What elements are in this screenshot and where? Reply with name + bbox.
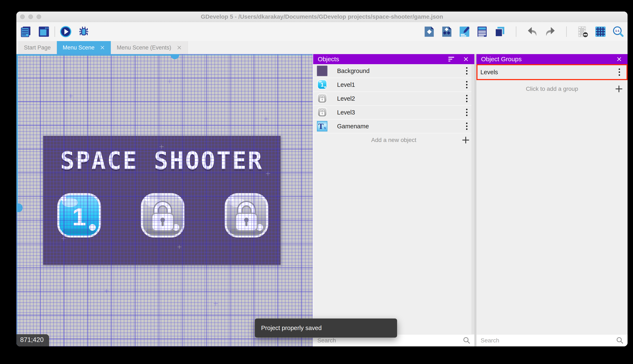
- project-manager-icon[interactable]: [20, 26, 32, 38]
- object-groups-panel: Object Groups Levels Click to add a grou…: [476, 54, 627, 346]
- vertical-scrollbar-track[interactable]: [16, 54, 18, 208]
- scene-background-object[interactable]: SPACE SHOOTER 1: [43, 136, 281, 265]
- object-groups-panel-title: Object Groups: [481, 56, 522, 63]
- panel-divider[interactable]: [474, 54, 476, 346]
- add-object-row[interactable]: Add a new object: [313, 133, 474, 147]
- vertical-scrollbar-track[interactable]: [16, 208, 18, 346]
- tab-label: Menu Scene: [63, 44, 95, 51]
- close-panel-icon[interactable]: [615, 55, 623, 63]
- objects-search-input[interactable]: [317, 337, 463, 344]
- redo-icon[interactable]: [544, 26, 556, 38]
- svg-text:1:1: 1:1: [615, 29, 619, 32]
- objects-panel-title: Objects: [318, 56, 339, 63]
- grid-icon[interactable]: [594, 26, 606, 38]
- toolbar-separator: [566, 26, 567, 37]
- groups-search-bar: [476, 334, 627, 346]
- level3-thumbnail: [317, 107, 328, 118]
- layers-icon[interactable]: [494, 26, 506, 38]
- scene-canvas[interactable]: SPACE SHOOTER 1: [16, 54, 313, 346]
- play-icon[interactable]: [60, 26, 72, 38]
- object-menu-icon[interactable]: [463, 66, 471, 76]
- svg-text:1: 1: [72, 203, 86, 231]
- close-panel-icon[interactable]: [462, 55, 470, 63]
- background-thumbnail: [317, 66, 328, 76]
- level1-thumbnail: 1: [317, 80, 328, 90]
- instances-list-icon[interactable]: [476, 26, 488, 38]
- toast-message: Project properly saved: [261, 324, 322, 332]
- close-window-button[interactable]: [20, 14, 25, 19]
- object-row-level3[interactable]: Level3: [313, 106, 474, 120]
- object-label: Level3: [337, 109, 355, 116]
- filter-icon[interactable]: [448, 55, 456, 63]
- object-label: Gamename: [337, 123, 369, 130]
- level2-thumbnail: [317, 93, 328, 104]
- level2-locked-button-object[interactable]: [139, 192, 186, 241]
- object-menu-icon[interactable]: [463, 94, 471, 103]
- tab-start-page[interactable]: Start Page: [18, 41, 57, 54]
- tab-label: Menu Scene (Events): [117, 44, 171, 51]
- debug-icon[interactable]: [78, 26, 90, 38]
- zoom-reset-icon[interactable]: 1:1: [612, 26, 624, 38]
- close-tab-icon[interactable]: [100, 45, 105, 50]
- toolbar-separator: [516, 26, 516, 37]
- app-window: GDevelop 5 - /Users/dkarakay/Documents/G…: [16, 12, 627, 346]
- traffic-lights: [20, 12, 41, 22]
- add-group-label: Click to add a group: [526, 86, 578, 92]
- levels-group-row-highlight[interactable]: Levels: [476, 64, 627, 80]
- zoom-window-button[interactable]: [37, 14, 41, 19]
- group-label: Levels: [480, 69, 498, 76]
- search-icon[interactable]: [616, 337, 624, 344]
- groups-search-input[interactable]: [480, 337, 616, 344]
- window-title: GDevelop 5 - /Users/dkarakay/Documents/G…: [16, 14, 627, 20]
- objects-panel-icon[interactable]: [423, 26, 435, 38]
- horizontal-scrollbar-thumb[interactable]: [170, 54, 179, 59]
- add-icon[interactable]: [462, 136, 470, 144]
- scene-properties-icon[interactable]: [458, 26, 471, 38]
- horizontal-scrollbar-track[interactable]: [175, 54, 313, 56]
- tab-menu-scene-events[interactable]: Menu Scene (Events): [111, 41, 188, 54]
- minimize-window-button[interactable]: [28, 14, 33, 19]
- svg-text:1: 1: [321, 82, 324, 88]
- game-title-text-object[interactable]: SPACE SHOOTER: [43, 146, 281, 174]
- level3-locked-button-object[interactable]: [223, 192, 270, 241]
- object-groups-icon[interactable]: [441, 26, 453, 38]
- object-row-background[interactable]: Background: [313, 64, 474, 78]
- save-toast: Project properly saved: [255, 318, 397, 338]
- object-label: Level1: [337, 81, 355, 88]
- object-menu-icon[interactable]: [463, 122, 471, 131]
- text-object-thumbnail: Tx: [317, 121, 328, 132]
- objects-panel-header: Objects: [313, 54, 474, 64]
- add-object-label: Add a new object: [371, 137, 416, 144]
- object-label: Background: [337, 68, 370, 74]
- main-toolbar: 1:1: [16, 22, 627, 41]
- tab-menu-scene[interactable]: Menu Scene: [57, 41, 111, 54]
- add-group-row[interactable]: Click to add a group: [476, 82, 627, 96]
- screenshot-root: GDevelop 5 - /Users/dkarakay/Documents/G…: [0, 0, 633, 364]
- group-menu-icon[interactable]: [615, 68, 623, 77]
- toolbar-separator: [55, 26, 55, 37]
- vertical-scrollbar-thumb[interactable]: [16, 204, 23, 212]
- level1-button-object[interactable]: 1: [56, 192, 102, 241]
- object-row-level2[interactable]: Level2: [313, 92, 474, 106]
- object-label: Level2: [337, 95, 355, 102]
- close-tab-icon[interactable]: [177, 45, 182, 50]
- scene-editor-icon[interactable]: [38, 26, 50, 38]
- search-icon[interactable]: [463, 337, 471, 344]
- window-mask-icon[interactable]: [577, 26, 589, 38]
- object-row-level1[interactable]: 1 Level1: [313, 78, 474, 92]
- object-menu-icon[interactable]: [463, 80, 471, 89]
- add-icon[interactable]: [615, 85, 623, 93]
- object-row-gamename[interactable]: Tx Gamename: [313, 120, 474, 133]
- object-menu-icon[interactable]: [463, 108, 471, 117]
- horizontal-scrollbar-track[interactable]: [16, 54, 175, 56]
- editor-content: SPACE SHOOTER 1: [16, 54, 627, 346]
- tab-label: Start Page: [24, 44, 51, 51]
- undo-icon[interactable]: [526, 26, 539, 38]
- objects-panel: Objects Background: [313, 54, 474, 346]
- object-groups-panel-header: Object Groups: [476, 54, 627, 64]
- cursor-coordinates-badge: 871;420: [16, 334, 49, 346]
- title-bar: GDevelop 5 - /Users/dkarakay/Documents/G…: [16, 12, 627, 22]
- editor-tab-bar: Start Page Menu Scene Menu Scene (Events…: [16, 41, 627, 54]
- panel-scrollbar[interactable]: [471, 64, 474, 334]
